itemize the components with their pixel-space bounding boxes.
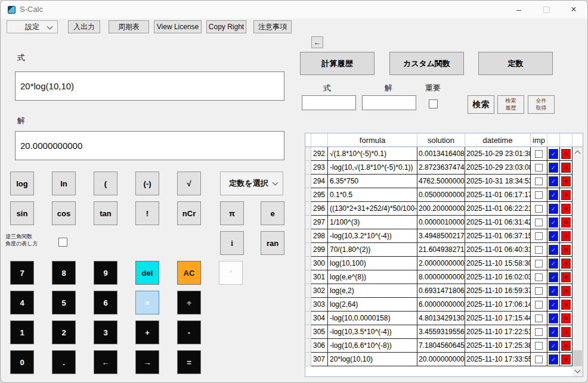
fetch-all-button[interactable]: 全件 取得 [528, 95, 555, 114]
cell-solution[interactable]: 6.0000000000 [417, 298, 465, 312]
imp-checkbox[interactable] [535, 287, 543, 295]
key-left-arrow[interactable]: ← [94, 350, 117, 374]
cell-solution[interactable]: 3.4948500217 [417, 229, 465, 243]
table-row[interactable]: 2946.35*7504762.50000000002025-10-31 18:… [305, 175, 583, 188]
cell-datetime[interactable]: 2025-11-10 17:25:38 [465, 339, 531, 353]
key-ac[interactable]: AC [177, 261, 201, 285]
imp-checkbox[interactable] [535, 150, 543, 158]
key-3[interactable]: 3 [94, 320, 117, 344]
maximize-button[interactable] [533, 1, 560, 18]
row-header-strip[interactable] [305, 229, 311, 243]
constants-button[interactable]: 定数 [478, 52, 553, 75]
cell-solution[interactable]: 20.0000000000 [417, 353, 465, 366]
row-delete-button[interactable]: × [561, 204, 571, 214]
cell-datetime[interactable]: 2025-10-29 23:03:08 [465, 161, 531, 175]
cell-datetime[interactable]: 2025-11-01 06:22:21 [465, 202, 531, 216]
imp-checkbox[interactable] [535, 260, 543, 267]
cell-formula[interactable]: 20*log(10,10) [328, 353, 417, 366]
menu-periodic-table-button[interactable]: 周期表 [109, 20, 149, 33]
header-solution[interactable]: solution [417, 133, 465, 147]
imp-checkbox[interactable] [535, 301, 543, 309]
row-header-strip[interactable] [305, 216, 311, 229]
imp-checkbox[interactable] [535, 328, 543, 336]
cell-datetime[interactable]: 2025-11-10 17:15:44 [465, 312, 531, 325]
row-header-strip[interactable] [305, 188, 311, 202]
cell-solution[interactable]: 3.4559319556 [417, 325, 465, 339]
cell-formula[interactable]: √(1.8*10^(-5)*0.1) [328, 147, 417, 161]
header-formula[interactable]: formula [328, 133, 417, 147]
key-pi[interactable]: π [220, 201, 244, 225]
row-delete-button[interactable]: × [561, 313, 571, 323]
row-check-button[interactable]: ✓ [549, 300, 558, 310]
row-delete-button[interactable]: × [561, 272, 571, 282]
cell-datetime[interactable]: 2025-11-10 17:06:14 [465, 298, 531, 312]
key-6[interactable]: 6 [94, 291, 117, 315]
cell-formula[interactable]: log(e,e^(8)) [328, 270, 417, 284]
imp-checkbox[interactable] [535, 178, 543, 185]
cell-datetime[interactable]: 2025-11-01 06:17:17 [465, 188, 531, 202]
table-row[interactable]: 301log(e,e^(8))8.00000000002025-11-10 16… [305, 270, 583, 284]
row-delete-button[interactable]: × [561, 163, 571, 173]
key-sqrt[interactable]: √ [177, 172, 201, 195]
key-minus[interactable]: - [177, 320, 201, 344]
cell-solution[interactable]: 7.1804560645 [417, 339, 465, 353]
cell-datetime[interactable]: 2025-11-10 15:58:30 [465, 257, 531, 270]
key-ncr[interactable]: nCr [177, 201, 201, 225]
key-8[interactable]: 8 [52, 261, 76, 285]
table-row[interactable]: 303log(2,64)6.00000000002025-11-10 17:06… [305, 298, 583, 312]
row-check-button[interactable]: ✓ [549, 272, 558, 282]
row-header-strip[interactable] [305, 298, 311, 312]
row-check-button[interactable]: ✓ [549, 204, 558, 214]
row-header-strip[interactable] [305, 257, 311, 270]
inverse-trig-checkbox[interactable] [58, 238, 67, 247]
imp-checkbox[interactable] [535, 356, 543, 363]
search-button[interactable]: 検索 [468, 95, 494, 114]
table-scrollbar[interactable] [572, 147, 583, 376]
imp-checkbox[interactable] [535, 273, 543, 281]
settings-dropdown[interactable]: 設定 [7, 20, 58, 33]
key-equals[interactable]: = [177, 350, 201, 374]
cell-solution[interactable]: 0.0000010000 [417, 216, 465, 229]
row-header-strip[interactable] [305, 202, 311, 216]
cell-formula[interactable]: 0.1*0.5 [328, 188, 417, 202]
key-2[interactable]: 2 [52, 320, 76, 344]
row-header-strip[interactable] [305, 339, 311, 353]
row-header-strip[interactable] [305, 284, 311, 298]
table-row[interactable]: 30720*log(10,10)20.00000000002025-11-10 … [305, 353, 583, 366]
row-delete-button[interactable]: × [561, 259, 571, 269]
cell-datetime[interactable]: 2025-11-10 17:22:51 [465, 325, 531, 339]
cell-solution[interactable]: 21.6049382716 [417, 243, 465, 257]
table-row[interactable]: 300log(10,100)2.00000000002025-11-10 15:… [305, 257, 583, 270]
key-e[interactable]: e [261, 201, 284, 225]
key-degree[interactable]: ° [219, 261, 243, 285]
constant-select[interactable]: 定数を選択 [220, 172, 283, 195]
cell-solution[interactable]: 0.0013416408 [417, 147, 465, 161]
table-row[interactable]: 302log(e,2)0.69314718062025-11-10 16:59:… [305, 284, 583, 298]
calc-history-button[interactable]: 計算履歴 [300, 52, 375, 75]
row-header-strip[interactable] [305, 270, 311, 284]
search-expression-input[interactable] [302, 95, 356, 110]
row-check-button[interactable]: ✓ [549, 354, 558, 365]
key-multiply[interactable]: × [135, 291, 159, 315]
key-4[interactable]: 4 [10, 291, 34, 315]
key-negate[interactable]: (-) [135, 172, 159, 195]
row-delete-button[interactable]: × [561, 327, 571, 337]
imp-checkbox[interactable] [535, 246, 543, 254]
key-right-arrow[interactable]: → [135, 350, 159, 374]
cell-datetime[interactable]: 2025-11-01 06:37:15 [465, 229, 531, 243]
close-button[interactable]: × [560, 1, 587, 18]
back-button[interactable]: ← [311, 36, 323, 48]
row-delete-button[interactable]: × [561, 245, 571, 255]
row-header-strip[interactable] [305, 325, 311, 339]
cell-formula[interactable]: -log(10,0.0000158) [328, 312, 417, 325]
cell-formula[interactable]: log(10,100) [328, 257, 417, 270]
row-header-strip[interactable] [305, 353, 311, 366]
key-log[interactable]: log [10, 172, 34, 195]
cell-datetime[interactable]: 2025-10-31 18:34:53 [465, 175, 531, 188]
row-check-button[interactable]: ✓ [549, 231, 558, 241]
cell-solution[interactable]: 4762.5000000000 [417, 175, 465, 188]
row-header-strip[interactable] [305, 161, 311, 175]
imp-checkbox[interactable] [535, 164, 543, 172]
row-header-strip[interactable] [305, 147, 311, 161]
table-row[interactable]: 298-log(10,3.2*10^(-4))3.49485002172025-… [305, 229, 583, 243]
